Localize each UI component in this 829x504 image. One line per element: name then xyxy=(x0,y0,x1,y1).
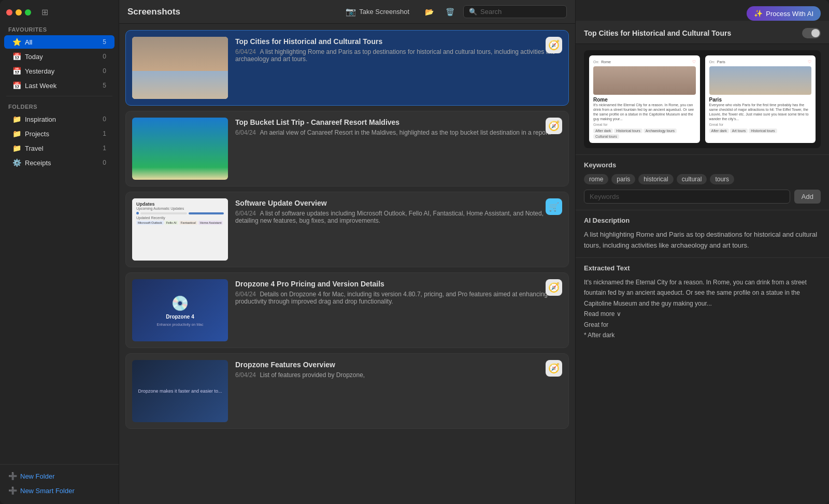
ai-icon: ✨ xyxy=(754,9,763,18)
screenshot-card-1[interactable]: 🧭 Top Cities for Historical and Cultural… xyxy=(125,30,569,106)
screenshot-card-2[interactable]: 🧭 Top Bucket List Trip - Canareef Resort… xyxy=(125,111,569,186)
folder-icon: 📁 xyxy=(12,129,21,138)
card-description-4: Details on Dropzone 4 for Mac, including… xyxy=(235,291,548,305)
sidebar-item-count: 0 xyxy=(103,159,106,166)
star-icon: ⭐ xyxy=(12,38,21,46)
trash-icon: 🗑️ xyxy=(446,8,454,16)
new-smart-folder-button[interactable]: ➕ New Smart Folder xyxy=(0,483,119,498)
toggle-switch[interactable] xyxy=(802,28,821,38)
search-box[interactable]: 🔍 xyxy=(463,5,567,18)
search-input[interactable] xyxy=(480,8,542,16)
traffic-lights xyxy=(6,9,31,16)
keyword-tag-paris[interactable]: paris xyxy=(611,174,635,184)
card-date-3: 6/04/24 xyxy=(235,210,256,217)
detail-panel: ✨ Process With AI Top Cities for Histori… xyxy=(575,0,829,504)
keyword-tag-rome[interactable]: rome xyxy=(584,174,608,184)
screenshot-card-5[interactable]: Dropzone makes it faster and easier to..… xyxy=(125,353,569,429)
keyword-tag-cultural[interactable]: cultural xyxy=(677,174,707,184)
card-description-1: A list highlighting Rome and Paris as to… xyxy=(235,48,555,63)
dropzone-name: Dropzone 4 xyxy=(166,314,194,320)
rome-image xyxy=(593,66,696,95)
upd-item: Fello AI xyxy=(165,221,178,225)
delete-button[interactable]: 🗑️ xyxy=(442,5,457,19)
upd-item: Microsoft Outlook xyxy=(136,221,164,225)
sidebar-item-label: Yesterday xyxy=(25,67,98,75)
sidebar: ⊞ Favourites ⭐ All 5 📅 Today 0 📅 Yesterd… xyxy=(0,0,119,504)
close-button[interactable] xyxy=(6,9,12,16)
detail-preview: On: Rome ♡ Rome It's nicknamed the Etern… xyxy=(576,44,829,154)
card-title-1: Top Cities for Historical and Cultural T… xyxy=(235,37,541,46)
keyword-tag-tours[interactable]: tours xyxy=(710,174,734,184)
ai-description-title: AI Description xyxy=(584,217,821,224)
add-keyword-button[interactable]: Add xyxy=(794,190,821,204)
fullscreen-button[interactable] xyxy=(25,9,31,16)
sidebar-item-label: Today xyxy=(25,53,98,61)
sidebar-item-label: Projects xyxy=(25,130,98,138)
main-toolbar: Screenshots 📷 Take Screenshot 📂 🗑️ 🔍 xyxy=(119,0,575,24)
card-date-2: 6/04/24 xyxy=(235,129,256,136)
extracted-text-section: Extracted Text It's nicknamed the Eterna… xyxy=(576,257,829,347)
process-with-ai-button[interactable]: ✨ Process With AI xyxy=(747,6,821,21)
dropzone2-thumb: Dropzone makes it faster and easier to..… xyxy=(132,360,228,422)
sidebar-item-count: 1 xyxy=(103,130,106,137)
keyword-tag-historical[interactable]: historical xyxy=(638,174,673,184)
dropzone-logo: 💿 xyxy=(171,295,189,312)
sidebar-item-all[interactable]: ⭐ All 5 xyxy=(4,35,115,49)
preview-image: On: Rome ♡ Rome It's nicknamed the Etern… xyxy=(584,50,821,148)
sidebar-item-label: Receipts xyxy=(25,159,98,167)
rome-text: It's nicknamed the Eternal City for a re… xyxy=(593,103,696,121)
screenshot-list: 🧭 Top Cities for Historical and Cultural… xyxy=(119,24,575,504)
upd-dot xyxy=(136,212,139,214)
minimize-button[interactable] xyxy=(16,9,22,16)
main-content: Screenshots 📷 Take Screenshot 📂 🗑️ 🔍 xyxy=(119,0,575,504)
paris-tag-historical: Historical tours xyxy=(749,128,777,133)
sidebar-item-last-week[interactable]: 📅 Last Week 5 xyxy=(4,79,115,92)
detail-header: Top Cities for Historical and Cultural T… xyxy=(576,21,829,44)
folders-section-label: Folders xyxy=(0,99,119,112)
new-folder-button[interactable]: ➕ New Folder xyxy=(0,469,119,483)
screenshot-card-4[interactable]: 💿 Dropzone 4 Enhance productivity on Mac… xyxy=(125,272,569,348)
updates-thumb-content: Updates Upcoming Automatic Updates Updat… xyxy=(132,198,228,261)
rome-card-header: On: Rome ♡ xyxy=(593,60,696,64)
app-icon-4: 🧭 xyxy=(546,279,562,296)
rome-heart-icon: ♡ xyxy=(692,60,696,64)
sidebar-item-travel[interactable]: 📁 Travel 1 xyxy=(4,141,115,155)
keywords-input[interactable] xyxy=(584,190,790,204)
sidebar-item-projects[interactable]: 📁 Projects 1 xyxy=(4,127,115,140)
search-icon: 🔍 xyxy=(469,8,477,16)
sidebar-item-today[interactable]: 📅 Today 0 xyxy=(4,50,115,63)
card-thumbnail-2 xyxy=(132,118,228,180)
sidebar-item-count: 5 xyxy=(103,82,106,89)
paris-card-header: On: Paris ♡ xyxy=(709,60,812,64)
rome-city-name: Rome xyxy=(593,97,696,103)
keywords-input-row: Add xyxy=(584,190,821,204)
card-thumbnail-3: Updates Upcoming Automatic Updates Updat… xyxy=(132,198,228,261)
sidebar-item-count: 0 xyxy=(103,67,106,75)
sidebar-bottom: ➕ New Folder ➕ New Smart Folder xyxy=(0,464,119,500)
card-description-2: An aerial view of Canareef Resort in the… xyxy=(260,129,551,136)
rome-tag-afterdark: After dark xyxy=(593,128,613,133)
sidebar-item-inspiration[interactable]: 📁 Inspiration 0 xyxy=(4,112,115,126)
card-title-4: Dropzone 4 Pro Pricing and Version Detai… xyxy=(235,279,541,289)
sidebar-item-receipts[interactable]: ⚙️ Receipts 0 xyxy=(4,156,115,169)
plus-icon: ➕ xyxy=(8,486,17,495)
screenshot-card-3[interactable]: Updates Upcoming Automatic Updates Updat… xyxy=(125,192,569,267)
keywords-section-title: Keywords xyxy=(584,161,821,169)
card-body-2: 🧭 Top Bucket List Trip - Canareef Resort… xyxy=(235,118,562,136)
upd-item: Fantastical xyxy=(179,221,197,225)
card-meta-3: 6/04/24 A list of software updates inclu… xyxy=(235,210,562,224)
sidebar-toggle-icon[interactable]: ⊞ xyxy=(41,7,48,17)
take-screenshot-button[interactable]: 📷 Take Screenshot xyxy=(339,4,416,19)
updates-thumb-subtitle: Upcoming Automatic Updates xyxy=(136,207,224,210)
paris-heart-icon: ♡ xyxy=(808,60,811,64)
folder-icon: 📁 xyxy=(12,115,21,123)
plus-icon: ➕ xyxy=(8,472,17,480)
new-folder-icon-button[interactable]: 📂 xyxy=(422,5,436,19)
card-date-4: 6/04/24 xyxy=(235,291,256,298)
extracted-text-title: Extracted Text xyxy=(584,264,821,272)
ai-description-text: A list highlighting Rome and Paris as to… xyxy=(584,229,821,251)
sidebar-item-yesterday[interactable]: 📅 Yesterday 0 xyxy=(4,64,115,78)
process-ai-label: Process With AI xyxy=(766,10,813,18)
paris-on-text: Paris xyxy=(717,60,806,64)
card-body-3: 🛒 Software Update Overview 6/04/24 A lis… xyxy=(235,198,562,224)
